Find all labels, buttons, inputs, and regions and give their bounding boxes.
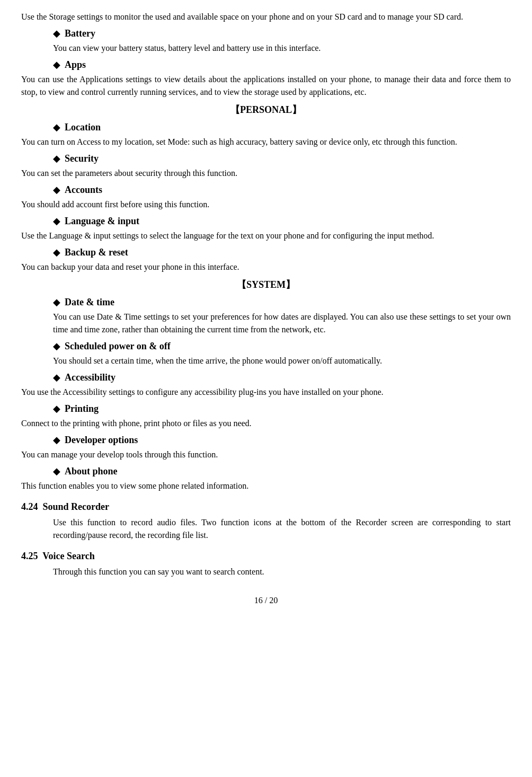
accounts-body: You should add account first before usin… [21, 198, 511, 211]
bullet-printing: ◆ Printing [53, 402, 511, 416]
section-4-25-title: 4.25 Voice Search [21, 549, 511, 563]
bullet-label: Printing [65, 402, 99, 416]
backup-reset-body: You can backup your data and reset your … [21, 261, 511, 273]
bullet-label: Date & time [65, 295, 114, 310]
page-number: 16 / 20 [21, 594, 511, 607]
bullet-backup-reset: ◆ Backup & reset [53, 245, 511, 260]
diamond-icon: ◆ [53, 120, 60, 135]
diamond-icon: ◆ [53, 464, 60, 479]
diamond-icon: ◆ [53, 245, 60, 260]
bullet-label: Location [65, 120, 101, 135]
diamond-icon: ◆ [53, 214, 60, 228]
section-4-25-body: Through this function you can say you wa… [21, 566, 511, 578]
bullet-security: ◆ Security [53, 152, 511, 166]
bullet-battery: ◆ Battery [53, 27, 511, 41]
bullet-language-input: ◆ Language & input [53, 214, 511, 228]
bullet-label: Battery [65, 27, 95, 41]
bullet-label: About phone [65, 464, 118, 479]
security-body: You can set the parameters about securit… [21, 167, 511, 180]
bullet-label: Accessibility [65, 370, 116, 385]
bullet-label: Security [65, 152, 99, 166]
apps-body: You can use the Applications settings to… [21, 73, 511, 99]
intro-text: Use the Storage settings to monitor the … [21, 11, 511, 23]
section-4-24-title: 4.24 Sound Recorder [21, 500, 511, 514]
personal-header: 【PERSONAL】 [21, 103, 511, 117]
bullet-label: Apps [65, 58, 86, 72]
printing-body: Connect to the printing with phone, prin… [21, 417, 511, 430]
scheduled-power-body: You should set a certain time, when the … [21, 355, 511, 367]
battery-body: You can view your battery status, batter… [21, 42, 511, 55]
section-4-24: 4.24 Sound Recorder Use this function to… [21, 500, 511, 542]
diamond-icon: ◆ [53, 402, 60, 416]
bullet-label: Language & input [65, 214, 139, 228]
bullet-accounts: ◆ Accounts [53, 183, 511, 197]
language-input-body: Use the Language & input settings to sel… [21, 229, 511, 242]
developer-options-body: You can manage your develop tools throug… [21, 448, 511, 461]
bullet-date-time: ◆ Date & time [53, 295, 511, 310]
diamond-icon: ◆ [53, 58, 60, 72]
bullet-scheduled-power: ◆ Scheduled power on & off [53, 339, 511, 354]
diamond-icon: ◆ [53, 183, 60, 197]
bullet-label: Backup & reset [65, 245, 128, 260]
bullet-about-phone: ◆ About phone [53, 464, 511, 479]
section-4-25: 4.25 Voice Search Through this function … [21, 549, 511, 578]
accessibility-body: You use the Accessibility settings to co… [21, 386, 511, 399]
section-4-24-body: Use this function to record audio files.… [21, 516, 511, 542]
diamond-icon: ◆ [53, 339, 60, 354]
location-body: You can turn on Access to my location, s… [21, 136, 511, 148]
bullet-label: Scheduled power on & off [65, 339, 171, 354]
diamond-icon: ◆ [53, 433, 60, 447]
diamond-icon: ◆ [53, 295, 60, 310]
diamond-icon: ◆ [53, 370, 60, 385]
bullet-label: Developer options [65, 433, 138, 447]
system-header: 【SYSTEM】 [21, 278, 511, 292]
date-time-body: You can use Date & Time settings to set … [21, 311, 511, 336]
bullet-developer-options: ◆ Developer options [53, 433, 511, 447]
bullet-apps: ◆ Apps [53, 58, 511, 72]
bullet-accessibility: ◆ Accessibility [53, 370, 511, 385]
diamond-icon: ◆ [53, 27, 60, 41]
bullet-location: ◆ Location [53, 120, 511, 135]
bullet-label: Accounts [65, 183, 102, 197]
diamond-icon: ◆ [53, 152, 60, 166]
about-phone-body: This function enables you to view some p… [21, 480, 511, 492]
